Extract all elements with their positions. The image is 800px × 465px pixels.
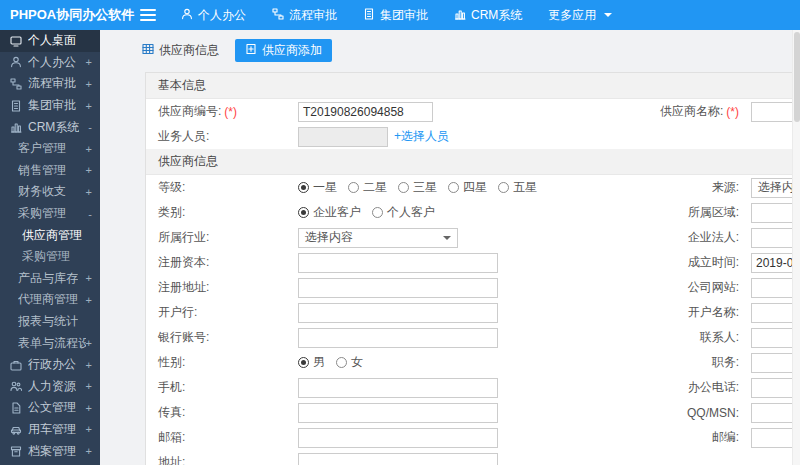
sidebar-item-reports-stats[interactable]: 报表与统计: [0, 311, 100, 333]
form-row: 业务人员:+选择人员: [146, 124, 800, 149]
tab-label: 供应商添加: [262, 42, 322, 59]
topnav-crm-system[interactable]: CRM系统: [441, 0, 535, 30]
collapse-icon: -: [88, 208, 92, 220]
category-radios-option-1[interactable]: 企业客户: [298, 204, 361, 221]
sidebar-item-product-inventory[interactable]: 产品与库存+: [0, 268, 100, 290]
menu-toggle-icon[interactable]: [140, 9, 156, 21]
topnav-group-approval[interactable]: 集团审批: [350, 0, 441, 30]
sidebar-item-group-approval[interactable]: 集团审批+: [0, 95, 100, 117]
sidebar-item-agent-mgmt[interactable]: 代理商管理+: [0, 289, 100, 311]
field-label: 供应商编号:(*): [146, 103, 298, 120]
level-radios-option-5[interactable]: 五星: [498, 179, 537, 196]
sidebar-item-purchase-mgmt[interactable]: 采购管理-: [0, 203, 100, 225]
field-cell: 选择内容: [298, 228, 643, 248]
bank-branch-input[interactable]: [298, 303, 498, 323]
expand-icon: +: [86, 186, 92, 198]
label-text: 邮编:: [712, 429, 739, 446]
sidebar-item-hr[interactable]: 人力资源+: [0, 376, 100, 398]
user-icon: [10, 56, 22, 68]
user-icon: [181, 8, 193, 23]
required-mark: (*): [224, 105, 237, 119]
label-text: 成立时间:: [688, 254, 739, 271]
chart-icon: [10, 121, 22, 133]
field-label: 供应商名称:(*): [643, 103, 751, 120]
level-radios-option-3[interactable]: 三星: [398, 179, 437, 196]
field-label: 传真:: [146, 404, 298, 421]
sidebar-item-label: 个人桌面: [28, 32, 76, 49]
expand-icon: +: [86, 272, 92, 284]
chevron-down-icon: [604, 13, 612, 17]
label-text: 所属区域:: [688, 204, 739, 221]
sidebar-item-admin-office[interactable]: 行政办公+: [0, 354, 100, 376]
archive-icon: [10, 445, 22, 457]
radio-icon: [348, 182, 359, 193]
field-cell: [298, 102, 643, 122]
expand-icon: +: [86, 380, 92, 392]
field-cell: [298, 378, 643, 398]
sidebar-item-personal-desktop[interactable]: 个人桌面: [0, 30, 100, 52]
sidebar-item-customer-mgmt[interactable]: 客户管理+: [0, 138, 100, 160]
form-row: 注册地址:公司网站:: [146, 275, 800, 300]
tab-supplier-info[interactable]: 供应商信息: [132, 39, 229, 62]
category-radios-option-2[interactable]: 个人客户: [372, 204, 435, 221]
label-text: QQ/MSN:: [687, 406, 739, 420]
bank-account-input[interactable]: [298, 328, 498, 348]
label-text: 所属行业:: [158, 229, 209, 246]
level-radios-option-1[interactable]: 一星: [298, 179, 337, 196]
vertical-scrollbar[interactable]: [792, 30, 800, 465]
field-cell: 一星二星三星四星五星: [298, 179, 643, 196]
sidebar-item-label: 档案管理: [28, 443, 76, 460]
tab-supplier-add[interactable]: 供应商添加: [235, 39, 332, 62]
level-radios-option-4[interactable]: 四星: [448, 179, 487, 196]
sidebar-item-personal-office[interactable]: 个人办公+: [0, 52, 100, 74]
sidebar-item-crm-system[interactable]: CRM系统-: [0, 116, 100, 138]
address-input[interactable]: [298, 453, 498, 465]
topnav-personal-office[interactable]: 个人办公: [168, 0, 259, 30]
radio-label: 三星: [413, 179, 437, 196]
business-person-input[interactable]: [298, 127, 388, 147]
sidebar-item-label: 客户管理: [18, 140, 66, 157]
label-text: 注册地址:: [158, 279, 209, 296]
mobile-input[interactable]: [298, 378, 498, 398]
scrollbar-thumb[interactable]: [794, 32, 800, 122]
form-row: 性别:男女职务:: [146, 350, 800, 375]
fax-input[interactable]: [298, 403, 498, 423]
sidebar-item-process-approval[interactable]: 流程审批+: [0, 73, 100, 95]
sidebar-item-archive-mgmt[interactable]: 档案管理+: [0, 440, 100, 462]
tab-bar: 供应商信息供应商添加: [132, 38, 800, 62]
label-text: 办公电话:: [688, 379, 739, 396]
flow-icon: [10, 78, 22, 90]
label-text: 联系人:: [700, 329, 739, 346]
sidebar-item-form-flow-settings[interactable]: 表单与流程设置+: [0, 332, 100, 354]
field-label: 联系人:: [643, 329, 751, 346]
field-label: 注册资本:: [146, 254, 298, 271]
gender-radios-option-1[interactable]: 男: [298, 354, 325, 371]
label-text: 业务人员:: [158, 128, 209, 145]
doc-icon: [10, 402, 22, 414]
registered-capital-input[interactable]: [298, 253, 498, 273]
level-radios-option-2[interactable]: 二星: [348, 179, 387, 196]
sidebar-item-vehicle-mgmt[interactable]: 用车管理+: [0, 419, 100, 441]
sidebar-item-supplier-mgmt[interactable]: 供应商管理: [0, 224, 100, 246]
sidebar-item-sales-mgmt[interactable]: 销售管理+: [0, 160, 100, 182]
sidebar-item-label: 供应商管理: [22, 227, 82, 244]
supplier-code-input[interactable]: [298, 102, 433, 122]
sidebar-item-document-mgmt[interactable]: 公文管理+: [0, 397, 100, 419]
topbar: PHPOA协同办公软件 个人办公流程审批集团审批CRM系统更多应用: [0, 0, 800, 30]
topnav-more-apps[interactable]: 更多应用: [535, 0, 625, 30]
registered-address-input[interactable]: [298, 278, 498, 298]
industry-select[interactable]: 选择内容: [298, 228, 458, 248]
sidebar-item-purchasing[interactable]: 采购管理: [0, 246, 100, 268]
radio-label: 二星: [363, 179, 387, 196]
top-nav: 个人办公流程审批集团审批CRM系统更多应用: [168, 0, 625, 30]
radio-icon: [398, 182, 409, 193]
email-input[interactable]: [298, 428, 498, 448]
field-label: 开户行:: [146, 304, 298, 321]
gender-radios-option-2[interactable]: 女: [336, 354, 363, 371]
topnav-process-approval[interactable]: 流程审批: [259, 0, 350, 30]
radio-label: 一星: [313, 179, 337, 196]
sidebar-item-finance[interactable]: 财务收支+: [0, 181, 100, 203]
section-title: 供应商信息: [146, 149, 800, 175]
choose-person-link[interactable]: +选择人员: [394, 128, 449, 145]
sidebar-item-label: CRM系统: [28, 119, 79, 136]
